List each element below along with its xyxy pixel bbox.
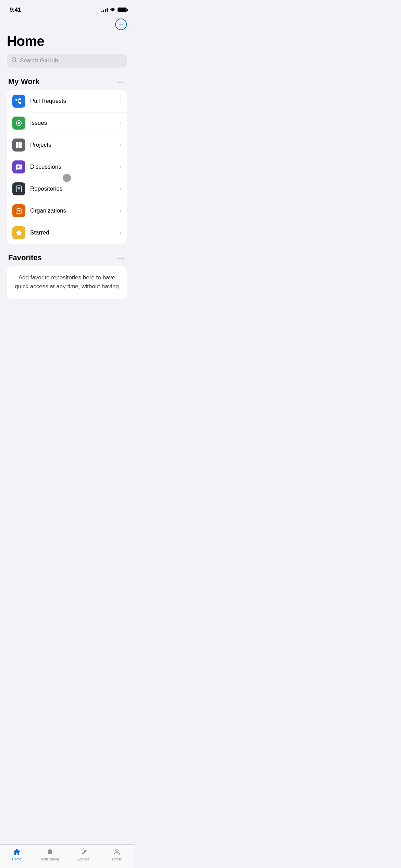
svg-point-3 <box>18 122 20 124</box>
svg-rect-7 <box>19 145 22 148</box>
repositories-chevron: › <box>120 186 121 192</box>
issues-chevron: › <box>120 120 121 126</box>
search-icon <box>12 57 17 64</box>
projects-icon <box>12 138 25 152</box>
pull-requests-icon <box>12 95 25 108</box>
discussions-icon <box>12 160 25 173</box>
header-area: + Home <box>0 17 134 49</box>
svg-rect-8 <box>16 186 22 192</box>
svg-point-0 <box>112 11 113 12</box>
issues-item[interactable]: Issues › <box>7 112 127 134</box>
status-bar: 9:41 <box>0 0 134 17</box>
pull-requests-chevron: › <box>120 98 121 104</box>
plus-icon: + <box>119 21 123 28</box>
projects-label: Projects <box>30 142 115 148</box>
svg-rect-10 <box>17 210 19 212</box>
issues-icon <box>12 117 25 130</box>
search-bar[interactable]: Search GitHub <box>7 54 127 68</box>
battery-icon <box>118 8 127 12</box>
add-button[interactable]: + <box>115 19 127 30</box>
starred-label: Starred <box>30 229 115 236</box>
svg-rect-9 <box>16 209 22 214</box>
organizations-icon <box>12 204 25 217</box>
my-work-more-button[interactable]: ··· <box>118 78 125 86</box>
projects-item[interactable]: Projects › <box>7 134 127 156</box>
favorites-section-header: Favorites ··· <box>7 253 127 262</box>
favorites-title: Favorites <box>8 253 42 262</box>
discussions-item[interactable]: Discussions › <box>7 156 127 178</box>
status-icons <box>101 8 127 12</box>
pull-requests-item[interactable]: Pull Requests › <box>7 90 127 112</box>
my-work-card: Pull Requests › Issues › <box>7 90 127 244</box>
signal-icon <box>101 8 108 12</box>
organizations-label: Organizations <box>30 207 115 214</box>
my-work-title: My Work <box>8 77 39 86</box>
svg-rect-6 <box>16 145 19 148</box>
starred-icon <box>12 226 25 239</box>
organizations-chevron: › <box>120 208 121 214</box>
main-content: Search GitHub My Work ··· Pull Requests … <box>0 54 134 346</box>
starred-item[interactable]: Starred › <box>7 222 127 244</box>
discussions-chevron: › <box>120 164 121 170</box>
svg-rect-4 <box>16 142 19 145</box>
discussions-label: Discussions <box>30 164 115 170</box>
svg-rect-11 <box>19 210 21 212</box>
repositories-icon <box>12 182 25 195</box>
favorites-card: Add favorite repositories here to have q… <box>7 266 127 299</box>
my-work-section-header: My Work ··· <box>7 77 127 86</box>
svg-point-1 <box>12 58 16 61</box>
status-time: 9:41 <box>10 7 21 13</box>
wifi-icon <box>110 8 116 12</box>
issues-label: Issues <box>30 120 115 126</box>
scroll-indicator <box>63 174 71 182</box>
search-placeholder: Search GitHub <box>20 57 58 64</box>
svg-rect-5 <box>19 142 22 145</box>
starred-chevron: › <box>120 230 121 236</box>
repositories-label: Repositories <box>30 185 115 192</box>
favorites-empty-text: Add favorite repositories here to have q… <box>12 273 121 291</box>
projects-chevron: › <box>120 142 121 148</box>
organizations-item[interactable]: Organizations › <box>7 200 127 222</box>
page-title: Home <box>7 34 127 49</box>
pull-requests-label: Pull Requests <box>30 98 115 105</box>
favorites-more-button[interactable]: ··· <box>118 254 125 262</box>
